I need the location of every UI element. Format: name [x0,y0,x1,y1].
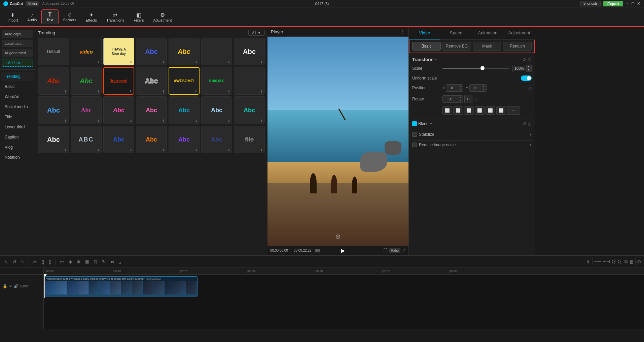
text-card-awesome[interactable]: AWESOME! ⬇ [169,67,200,95]
menu-button[interactable]: Menu [26,1,39,6]
tab-animation[interactable]: Animation [472,27,504,39]
sub-tab-basic[interactable]: Basic [412,42,441,51]
tl-split-btn[interactable]: ✂ [31,258,39,265]
stabilize-checkbox[interactable] [412,132,417,137]
scale-up-btn[interactable]: ▲ [526,65,531,68]
text-card-abc-green[interactable]: Abc ⬇ [71,67,102,95]
track-eye-btn[interactable]: 👁 [9,284,12,288]
text-card-abc-teal[interactable]: Abc ⬇ [234,96,265,124]
toolbar-import[interactable]: ⬇ Import [3,10,23,24]
play-button[interactable]: ▶ [341,247,345,254]
text-card-abc-orange[interactable]: Abc ⬇ [136,126,167,153]
tl-angle-btn[interactable]: ⌟ [117,258,123,265]
tl-copy-btn[interactable]: ⧉ [624,259,628,265]
text-card-abc-blue[interactable]: Abc ⬇ [136,38,167,65]
toolbar-audio[interactable]: ♪ Audio [23,10,41,24]
sidebar-item-trending[interactable]: Trending [1,72,34,81]
tl-undo-btn[interactable]: ↺ [11,258,18,265]
rotate-reset-btn[interactable]: ↻ [464,95,472,103]
minimize-button[interactable]: ─ [626,1,629,6]
tl-mask-btn[interactable]: ◈ [67,258,74,265]
align-left-btn[interactable]: ⬜ [442,106,452,115]
text-card-abc-yellow-italic[interactable]: Abc ⬇ [169,38,200,65]
text-card-have-nice-day[interactable]: I HAVE ANice day ⬇ [103,38,134,65]
tl-rotate-btn[interactable]: ↻ [100,258,108,265]
position-diamond-btn[interactable]: ◇ [528,85,532,91]
rotate-up[interactable]: ▲ [458,96,463,99]
local-caption-btn[interactable]: Local capti... [2,40,33,47]
toolbar-adjustment[interactable]: ⚙ Adjustment [148,10,176,24]
tl-delete-btn[interactable]: 🗑 [629,259,634,265]
fullscreen-button[interactable]: ⛶ [383,248,388,253]
scale-slider[interactable] [442,68,509,69]
tl-redo-btn[interactable]: ↻ [19,258,26,265]
sub-tab-removebg[interactable]: Remove BG [442,42,471,51]
tl-settings-btn[interactable]: ⚙ [637,259,641,265]
shortcuts-button[interactable]: Shortcuts [580,1,601,6]
track-lock-btn[interactable]: 🔒 [3,284,7,288]
sidebar-item-wordart[interactable]: WordArt [1,92,34,101]
ai-generated-btn[interactable]: AI generated [2,49,33,57]
text-card-abc-white-plain[interactable]: Abc ⬇ [38,126,69,153]
tl-unlink-btn[interactable]: ⊢⊣ [603,259,610,264]
pos-x-down[interactable]: ▼ [458,88,463,91]
pos-y-up[interactable]: ▲ [481,85,486,88]
text-card-money[interactable]: $100,000 ⬇ [201,67,232,95]
sidebar-item-vlog[interactable]: Vlog [1,143,34,152]
text-card-abc-pink-italic[interactable]: Abc ⬇ [103,96,134,124]
scale-thumb[interactable] [480,66,485,70]
tab-adjustment[interactable]: Adjustment [503,27,535,39]
export-button[interactable]: Export [603,1,623,6]
sub-tab-retouch[interactable]: Retouch [503,42,532,51]
sidebar-item-social-media[interactable]: Social media [1,102,34,111]
sidebar-item-basic[interactable]: Basic [1,82,34,91]
player-menu-btn[interactable]: ⋮ [400,29,405,34]
text-card-abc-strikethrough[interactable]: fllc ⬇ [234,126,265,153]
uniform-scale-toggle[interactable] [521,75,532,81]
align-top-btn[interactable]: ⬜ [475,106,485,115]
rotate-down[interactable]: ▼ [458,99,463,102]
tl-trim-right-btn[interactable]: |⟩ [47,258,53,265]
toolbar-effects[interactable]: ✦ Effects [81,10,102,24]
tl-auto-crop-btn[interactable]: ⊠ [83,258,91,265]
tl-chain2-btn[interactable]: ⛓ [617,259,621,264]
text-card-video[interactable]: video ⬇ [71,38,102,65]
tl-flip-btn[interactable]: ⇅ [92,258,99,265]
tl-link-split-btn[interactable]: ⊣⊢ [594,259,601,264]
rotate-input[interactable] [443,96,458,102]
pos-x-up[interactable]: ▲ [458,85,463,88]
maximize-button[interactable]: □ [632,1,634,6]
align-more-btn[interactable]: ··· [507,106,520,115]
reduce-noise-checkbox[interactable] [412,143,417,147]
text-card-abc-darkblue[interactable]: Abc ⬇ [201,126,232,153]
text-card-empty-5[interactable]: ⬇ [201,38,232,65]
toolbar-stickers[interactable]: ☺ Stickers [59,10,81,24]
tl-cursor-btn[interactable]: ↖ [3,258,10,265]
ratio-button[interactable]: Ratio [389,248,400,253]
text-card-abc-red[interactable]: Abc ⬇ [38,67,69,95]
video-clip[interactable]: Woman party at rocky coast. Happy woman … [44,276,198,297]
tl-chain-btn[interactable]: ⛓ [611,259,616,264]
tl-mirror-btn[interactable]: ⇔ [109,258,116,265]
text-card-abc-cyan[interactable]: Abc ⬇ [169,96,200,124]
text-card-abc-lightblue[interactable]: Abc ⬇ [201,96,232,124]
text-card-abc-pink2[interactable]: Abc ⬇ [136,96,167,124]
all-btn[interactable]: All ▼ [248,30,265,36]
tab-video[interactable]: Video [409,27,440,39]
auto-caption-btn[interactable]: Auto capti... [2,30,33,38]
add-text-btn[interactable]: + Add text [2,59,33,67]
tl-freeze-btn[interactable]: ❄ [75,258,82,265]
blend-checkbox[interactable] [412,121,417,126]
transform-keyframe-btn[interactable]: ◇ [528,57,532,62]
toolbar-transitions[interactable]: ⇄ Transitions [102,10,129,24]
text-card-try-it-now[interactable]: Try it now! ⬇ [103,67,134,95]
blend-reset-btn[interactable]: ↺ [522,121,526,126]
pos-x-input[interactable] [446,85,458,91]
sub-tab-mask[interactable]: Mask [473,42,501,51]
tab-speed[interactable]: Speed [440,27,472,39]
text-card-row2-7[interactable]: ⬇ [234,67,265,95]
align-right-btn[interactable]: ⬜ [464,106,474,115]
pos-y-input[interactable] [470,85,481,91]
text-card-abc-skyblue[interactable]: Abc ⬇ [38,96,69,124]
toolbar-filters[interactable]: ◧ Filters [129,10,148,24]
